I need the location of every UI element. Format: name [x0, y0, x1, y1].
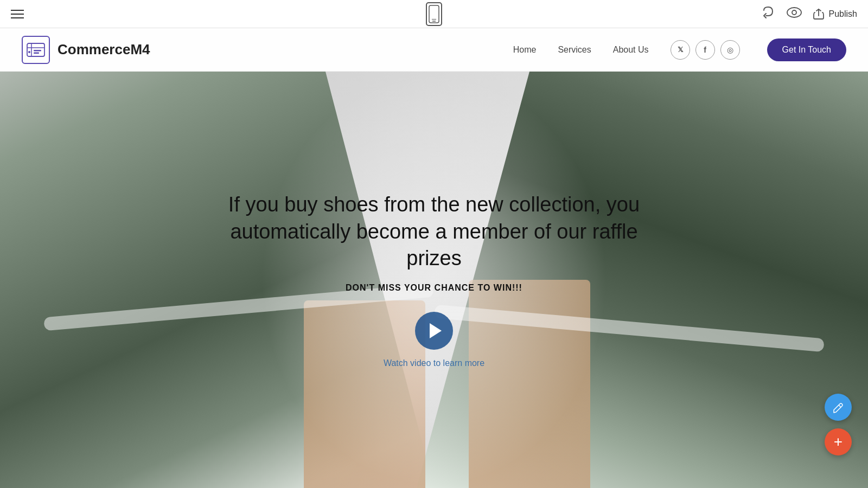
hero-title: If you buy shoes from the new collection…: [228, 191, 640, 272]
mobile-preview-icon[interactable]: [426, 2, 442, 26]
toolbar-right: Publish: [762, 6, 857, 22]
twitter-icon: 𝕏: [678, 46, 683, 54]
toolbar-center: [426, 2, 442, 26]
get-in-touch-button[interactable]: Get In Touch: [767, 38, 846, 61]
undo-icon[interactable]: [762, 6, 776, 22]
site-wrapper: CommerceM4 Home Services About Us 𝕏 f ◎ …: [0, 28, 868, 488]
fab-container: +: [825, 394, 852, 455]
toolbar: Publish: [0, 0, 868, 28]
logo-icon: [22, 36, 50, 64]
publish-button[interactable]: Publish: [813, 9, 857, 20]
logo-text: CommerceM4: [58, 41, 150, 58]
facebook-icon: f: [704, 46, 706, 54]
svg-rect-0: [429, 5, 439, 23]
svg-point-3: [792, 10, 796, 15]
hamburger-menu-icon[interactable]: [11, 10, 24, 18]
fab-edit-button[interactable]: [825, 394, 852, 421]
hero-subtitle: DON'T MISS YOUR CHANCE TO WIN!!!: [228, 283, 640, 293]
nav-home[interactable]: Home: [513, 45, 537, 55]
nav-about-us[interactable]: About Us: [613, 45, 649, 55]
svg-line-10: [839, 405, 841, 407]
nav-services[interactable]: Services: [558, 45, 591, 55]
watch-video-link[interactable]: Watch video to learn more: [384, 358, 484, 368]
site-logo: CommerceM4: [22, 36, 150, 64]
play-btn-wrapper: Watch video to learn more: [228, 312, 640, 368]
svg-point-9: [28, 51, 30, 53]
instagram-social-button[interactable]: ◎: [720, 40, 740, 60]
facebook-social-button[interactable]: f: [695, 40, 715, 60]
play-triangle-icon: [430, 323, 442, 338]
twitter-social-button[interactable]: 𝕏: [671, 40, 690, 60]
fab-add-button[interactable]: +: [825, 428, 852, 455]
site-nav-links: Home Services About Us 𝕏 f ◎ Get In Touc…: [513, 38, 846, 61]
plus-icon: +: [834, 434, 843, 450]
instagram-icon: ◎: [727, 46, 733, 54]
svg-point-2: [787, 8, 801, 17]
nav-social: 𝕏 f ◎: [671, 40, 740, 60]
svg-rect-8: [34, 52, 39, 54]
toolbar-left: [11, 10, 24, 18]
publish-label: Publish: [829, 9, 857, 19]
play-video-button[interactable]: [415, 312, 453, 350]
site-nav: CommerceM4 Home Services About Us 𝕏 f ◎ …: [0, 28, 868, 72]
svg-rect-7: [34, 50, 41, 52]
hero-content: If you buy shoes from the new collection…: [217, 191, 651, 368]
hero-section: If you buy shoes from the new collection…: [0, 72, 868, 488]
preview-eye-icon[interactable]: [787, 7, 802, 21]
